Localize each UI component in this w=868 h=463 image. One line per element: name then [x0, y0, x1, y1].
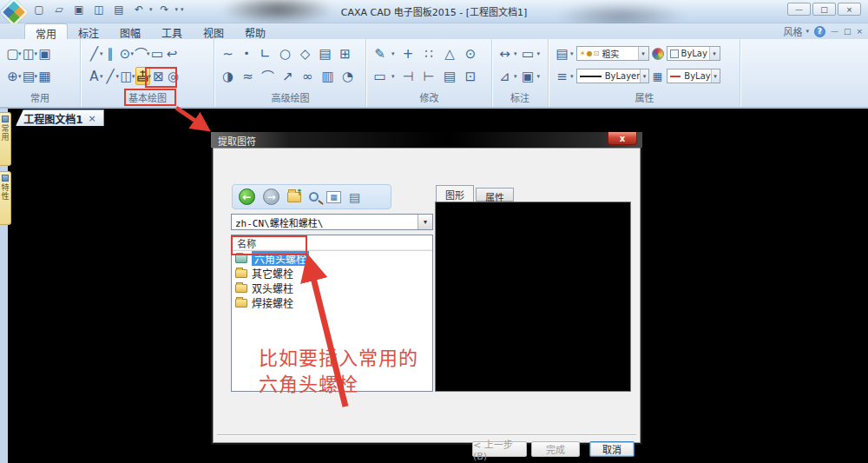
parallel-line-icon[interactable]: ∥	[103, 44, 118, 63]
linear-dim-icon[interactable]: ↔	[497, 44, 512, 63]
breakline-tool-icon[interactable]: ⌒	[260, 67, 275, 85]
erase-tool-icon[interactable]: ✎	[372, 44, 387, 63]
back-icon[interactable]: ←	[239, 189, 255, 205]
arrow-tool-icon[interactable]: ↗	[280, 67, 295, 85]
side-tab-properties[interactable]: 特性	[0, 171, 11, 225]
linewidth-dropdown-icon[interactable]: ▾	[711, 69, 720, 83]
scale-tool-icon[interactable]: ⊡	[464, 67, 478, 85]
move-tool-icon[interactable]: +	[401, 44, 416, 63]
layers-icon[interactable]: ▤	[555, 44, 569, 63]
group-basic-draw: ╱▾ ∥ ⊙▾ ⌒▾ ▭ ↩ A▾ ╱▾ ◫▾ ▾ ⊠ ◎ 基本绘图	[82, 39, 214, 107]
grid-tool-icon[interactable]: ⊠	[151, 67, 166, 85]
copy-entities-icon[interactable]: ∷	[422, 44, 437, 63]
color-combobox[interactable]: ByLay ▾	[667, 46, 720, 61]
dropdown-icon[interactable]: ▾	[514, 73, 517, 80]
symbol-manager-icon[interactable]: ▤	[349, 190, 360, 204]
path-dropdown-icon[interactable]: ▾	[418, 215, 432, 229]
dropdown-icon[interactable]: ▾	[570, 50, 574, 57]
document-tab[interactable]: 工程图文档1 ×	[16, 109, 104, 126]
contour-tool-icon[interactable]: ∞	[300, 67, 315, 85]
view-mode-icon[interactable]: ▦	[326, 191, 341, 203]
dialog-title-bar[interactable]: 提取图符 x	[211, 132, 642, 148]
side-tab-common[interactable]: 常用	[0, 112, 11, 166]
style-dropdown-icon[interactable]: ▾	[806, 28, 809, 35]
previous-step-button[interactable]: < 上一步(B)	[472, 441, 527, 457]
doc-close-button[interactable]: ×	[856, 27, 863, 36]
tab-help[interactable]: 帮助	[234, 23, 276, 39]
block-tool-icon[interactable]: ▥	[320, 67, 335, 85]
polygon-tool-icon[interactable]: ◇	[298, 44, 312, 63]
maximize-button[interactable]: □	[812, 3, 836, 16]
dropdown-icon[interactable]: ▾	[570, 73, 574, 80]
doc-restore-button[interactable]: □	[844, 27, 852, 36]
tab-view[interactable]: 视图	[193, 23, 234, 39]
layer-dropdown-icon[interactable]: ▾	[638, 47, 648, 60]
forward-icon[interactable]: →	[263, 189, 279, 205]
wheel-tool-icon[interactable]: ◎	[166, 67, 181, 85]
layer-combobox[interactable]: ☀●⊡ 粗实 ▾	[576, 46, 649, 61]
corner-tool-icon[interactable]: ▤	[443, 67, 457, 85]
trim-tool-icon[interactable]: ⊣	[401, 67, 416, 85]
extend-tool-icon[interactable]: ⊢	[422, 67, 437, 85]
close-button[interactable]: ×	[838, 3, 861, 16]
list-item-other-bolt[interactable]: 其它螺栓	[232, 266, 432, 281]
cancel-button[interactable]: 取消	[589, 441, 635, 457]
dropdown-icon[interactable]: ▾	[537, 50, 541, 57]
search-icon[interactable]	[309, 192, 319, 202]
wave-tool-icon[interactable]: ∼	[220, 44, 235, 63]
linewidth-combobox[interactable]: ByLay ▾	[667, 69, 720, 83]
spline-tool-icon[interactable]: ↩	[165, 44, 180, 63]
hatch-style-icon[interactable]: ▦	[652, 67, 664, 85]
select-tool-icon[interactable]: ▭	[372, 67, 387, 85]
folder-up-icon[interactable]: ↑	[287, 192, 301, 202]
list-item-stud[interactable]: 双头螺柱	[232, 281, 432, 295]
refresh-window-icon[interactable]: ▣	[37, 44, 52, 63]
dropdown-icon[interactable]: ▾	[514, 50, 517, 57]
pie-tool-icon[interactable]: ◑	[220, 67, 235, 85]
help-icon[interactable]: ?	[814, 26, 825, 37]
ellipse-tool-icon[interactable]: ○	[278, 44, 293, 63]
linetype-dropdown-icon[interactable]: ▾	[640, 69, 648, 83]
up-arrow-icon: ↑	[296, 188, 303, 197]
image-icon[interactable]: ▦	[37, 67, 52, 85]
leader-dim-icon[interactable]: ▭	[521, 44, 536, 63]
edit-dim-icon[interactable]: ▣	[521, 67, 536, 85]
title-bar[interactable]: ▢ ▱ ▣ ◫ ▤ ↶ ▾ ↷ ▾ ▾ CAXA CAD 电子图板2015 - …	[0, 0, 868, 23]
tab-tools[interactable]: 工具	[151, 23, 193, 39]
linetype-combobox[interactable]: ByLayer ▾	[576, 69, 649, 83]
minimize-button[interactable]: —	[787, 3, 811, 16]
color-wheel-icon[interactable]	[652, 48, 664, 60]
region-tool-icon[interactable]: ◔	[340, 67, 355, 85]
dropdown-icon[interactable]: ▾	[391, 50, 395, 57]
list-item-weld-stud[interactable]: 焊接螺栓	[232, 295, 432, 310]
group-label-properties: 属性	[549, 90, 740, 104]
tab-attributes[interactable]: 属性	[476, 188, 514, 202]
table-tool-icon[interactable]: ⊞	[338, 44, 352, 63]
tab-graphics[interactable]: 图形	[436, 185, 474, 202]
finish-button[interactable]: 完成	[531, 441, 580, 457]
tab-dimension[interactable]: 标注	[68, 23, 109, 39]
line-width-icon[interactable]: ≡	[555, 67, 569, 85]
path-combobox[interactable]: zh-CN\螺栓和螺柱\ ▾	[231, 214, 433, 230]
tab-sheet[interactable]: 图幅	[109, 23, 151, 39]
dropdown-icon[interactable]: ▾	[391, 73, 395, 80]
mirror-tool-icon[interactable]: △	[443, 44, 457, 63]
axis-tool-icon[interactable]: ∟	[258, 44, 273, 63]
list-item-hex-bolt[interactable]: 六角头螺栓	[232, 251, 432, 266]
point-tool-icon[interactable]: •	[240, 44, 253, 63]
folder-icon	[235, 284, 247, 293]
dropdown-icon[interactable]: ▾	[537, 73, 541, 80]
profile-tool-icon[interactable]: ▤	[318, 44, 332, 63]
coordinate-dim-icon[interactable]: ⊿	[497, 67, 512, 85]
rotate-tool-icon[interactable]: ⊙	[464, 44, 478, 63]
color-dropdown-icon[interactable]: ▾	[709, 47, 720, 60]
list-header[interactable]: 名称	[232, 235, 432, 251]
tab-common[interactable]: 常用	[24, 23, 68, 39]
folder-icon	[235, 255, 247, 263]
dialog-close-button[interactable]: x	[608, 132, 637, 145]
document-tab-close-icon[interactable]: ×	[89, 113, 96, 124]
wavyline-tool-icon[interactable]: ≈	[240, 67, 255, 85]
doc-minimize-button[interactable]: —	[831, 27, 838, 36]
style-menu[interactable]: 风格	[783, 24, 802, 38]
rectangle-tool-icon[interactable]: ▭	[150, 44, 165, 63]
